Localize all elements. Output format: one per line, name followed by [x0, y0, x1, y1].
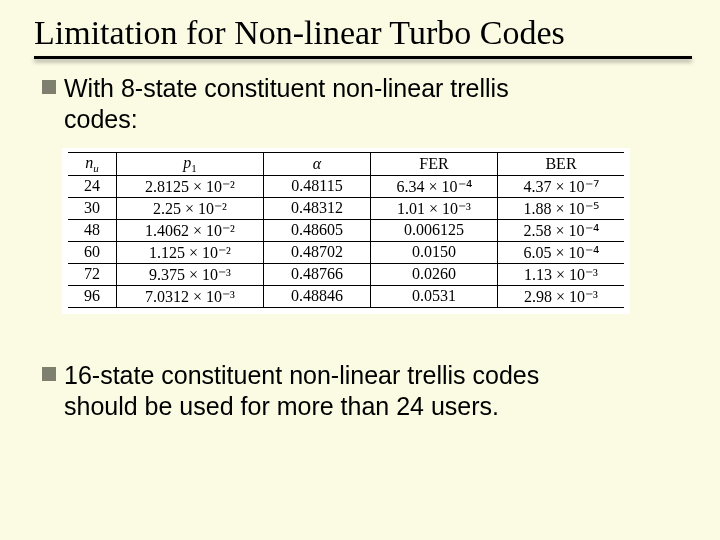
cell-alpha: 0.48702 — [264, 241, 371, 263]
cell-ber: 6.05 × 10⁻⁴ — [498, 241, 625, 263]
cell-nu: 24 — [68, 175, 117, 197]
cell-alpha: 0.48846 — [264, 285, 371, 307]
th-fer: FER — [371, 152, 498, 175]
cell-alpha: 0.48766 — [264, 263, 371, 285]
cell-p1: 7.0312 × 10⁻³ — [117, 285, 264, 307]
slide: Limitation for Non-linear Turbo Codes Wi… — [0, 0, 720, 540]
bullet-1-line-1: With 8-state constituent non-linear trel… — [64, 74, 509, 102]
cell-p1: 2.8125 × 10⁻² — [117, 175, 264, 197]
bullet-2-text: 16-state constituent non-linear trellis … — [64, 360, 539, 423]
th-nu: nu — [68, 152, 117, 175]
bullet-2: 16-state constituent non-linear trellis … — [42, 360, 678, 423]
cell-nu: 60 — [68, 241, 117, 263]
title-underline — [0, 56, 720, 59]
table-header-row: nu p1 α FER BER — [68, 152, 624, 175]
cell-p1: 1.4062 × 10⁻² — [117, 219, 264, 241]
cell-alpha: 0.48605 — [264, 219, 371, 241]
th-ber: BER — [498, 152, 625, 175]
bullet-2-line-2: should be used for more than 24 users. — [64, 392, 499, 420]
bullet-icon — [42, 367, 56, 381]
th-alpha: α — [264, 152, 371, 175]
cell-ber: 2.58 × 10⁻⁴ — [498, 219, 625, 241]
table-body: 24 2.8125 × 10⁻² 0.48115 6.34 × 10⁻⁴ 4.3… — [68, 175, 624, 307]
cell-ber: 2.98 × 10⁻³ — [498, 285, 625, 307]
data-table-wrap: nu p1 α FER BER 24 2.8125 × 10⁻² 0.48115… — [62, 148, 630, 314]
table-row: 60 1.125 × 10⁻² 0.48702 0.0150 6.05 × 10… — [68, 241, 624, 263]
slide-title: Limitation for Non-linear Turbo Codes — [0, 0, 720, 56]
cell-fer: 0.006125 — [371, 219, 498, 241]
bullet-1-text: With 8-state constituent non-linear trel… — [64, 73, 509, 136]
bullet-1-line-2: codes: — [64, 105, 138, 133]
cell-ber: 1.88 × 10⁻⁵ — [498, 197, 625, 219]
table-row: 48 1.4062 × 10⁻² 0.48605 0.006125 2.58 ×… — [68, 219, 624, 241]
table-row: 30 2.25 × 10⁻² 0.48312 1.01 × 10⁻³ 1.88 … — [68, 197, 624, 219]
cell-fer: 0.0260 — [371, 263, 498, 285]
cell-nu: 48 — [68, 219, 117, 241]
bullet-1: With 8-state constituent non-linear trel… — [42, 73, 678, 136]
table-row: 72 9.375 × 10⁻³ 0.48766 0.0260 1.13 × 10… — [68, 263, 624, 285]
cell-fer: 1.01 × 10⁻³ — [371, 197, 498, 219]
cell-alpha: 0.48115 — [264, 175, 371, 197]
table-row: 96 7.0312 × 10⁻³ 0.48846 0.0531 2.98 × 1… — [68, 285, 624, 307]
cell-nu: 72 — [68, 263, 117, 285]
cell-p1: 1.125 × 10⁻² — [117, 241, 264, 263]
bullet-2-line-1: 16-state constituent non-linear trellis … — [64, 361, 539, 389]
cell-ber: 1.13 × 10⁻³ — [498, 263, 625, 285]
cell-fer: 0.0531 — [371, 285, 498, 307]
slide-content: With 8-state constituent non-linear trel… — [0, 59, 720, 422]
cell-fer: 0.0150 — [371, 241, 498, 263]
cell-ber: 4.37 × 10⁻⁷ — [498, 175, 625, 197]
cell-nu: 30 — [68, 197, 117, 219]
data-table: nu p1 α FER BER 24 2.8125 × 10⁻² 0.48115… — [68, 152, 624, 308]
cell-p1: 2.25 × 10⁻² — [117, 197, 264, 219]
cell-alpha: 0.48312 — [264, 197, 371, 219]
cell-fer: 6.34 × 10⁻⁴ — [371, 175, 498, 197]
cell-p1: 9.375 × 10⁻³ — [117, 263, 264, 285]
bullet-icon — [42, 80, 56, 94]
table-row: 24 2.8125 × 10⁻² 0.48115 6.34 × 10⁻⁴ 4.3… — [68, 175, 624, 197]
th-p1: p1 — [117, 152, 264, 175]
cell-nu: 96 — [68, 285, 117, 307]
